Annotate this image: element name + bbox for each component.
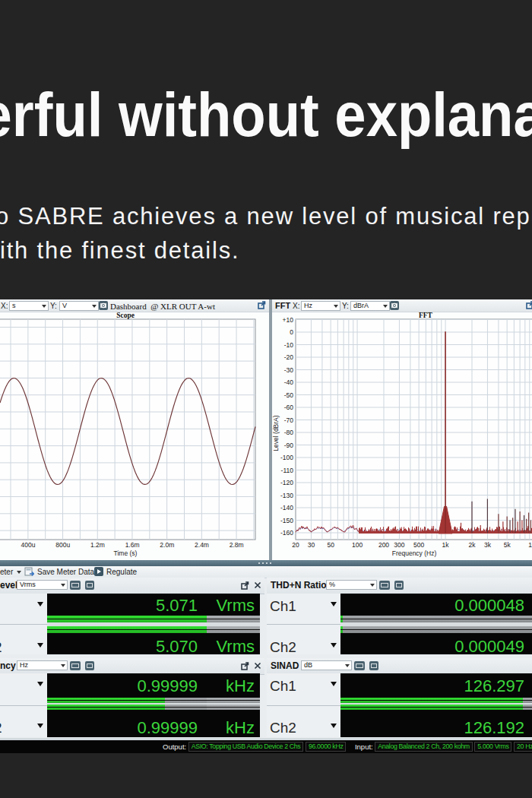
svg-text:50: 50: [327, 541, 334, 549]
svg-text:-130: -130: [280, 492, 293, 499]
svg-text:2.4m: 2.4m: [195, 541, 209, 549]
svg-text:10k: 10k: [528, 541, 532, 549]
svg-text:300: 300: [394, 541, 404, 549]
svg-text:1.2m: 1.2m: [90, 541, 105, 549]
svg-text:-60: -60: [284, 404, 294, 411]
svg-text:-20: -20: [284, 353, 294, 361]
svg-text:-100: -100: [280, 454, 293, 461]
svg-text:+10: +10: [283, 316, 294, 324]
svg-text:FFT: FFT: [419, 312, 433, 319]
svg-text:-140: -140: [280, 504, 293, 511]
svg-text:Time (s): Time (s): [114, 549, 138, 557]
svg-text:200: 200: [378, 541, 389, 549]
svg-text:Frequency (Hz): Frequency (Hz): [392, 549, 437, 557]
svg-text:-110: -110: [281, 467, 294, 474]
svg-text:5k: 5k: [504, 541, 511, 549]
svg-text:2.8m: 2.8m: [230, 541, 244, 549]
svg-text:-80: -80: [284, 429, 294, 436]
svg-text:2k: 2k: [469, 541, 477, 549]
svg-text:0: 0: [290, 328, 293, 336]
svg-text:-90: -90: [284, 442, 294, 449]
svg-text:-30: -30: [284, 366, 294, 374]
svg-text:100: 100: [352, 541, 363, 549]
svg-text:-40: -40: [284, 378, 294, 386]
svg-text:20: 20: [292, 541, 299, 549]
svg-text:-50: -50: [284, 391, 294, 399]
svg-text:1k: 1k: [442, 541, 450, 549]
svg-text:2.0m: 2.0m: [160, 541, 174, 549]
svg-text:Scope: Scope: [116, 312, 135, 319]
svg-text:400u: 400u: [21, 541, 36, 549]
svg-text:-10: -10: [284, 341, 294, 349]
svg-text:Level (dBrA): Level (dBrA): [272, 415, 280, 451]
svg-text:500: 500: [413, 541, 424, 549]
svg-text:-160: -160: [280, 529, 293, 537]
svg-text:30: 30: [308, 541, 315, 549]
svg-text:800u: 800u: [55, 541, 70, 549]
svg-text:-70: -70: [284, 416, 294, 424]
svg-text:-120: -120: [280, 479, 293, 486]
svg-text:3k: 3k: [484, 541, 492, 549]
svg-text:1.6m: 1.6m: [125, 541, 140, 549]
svg-text:-150: -150: [280, 517, 293, 524]
